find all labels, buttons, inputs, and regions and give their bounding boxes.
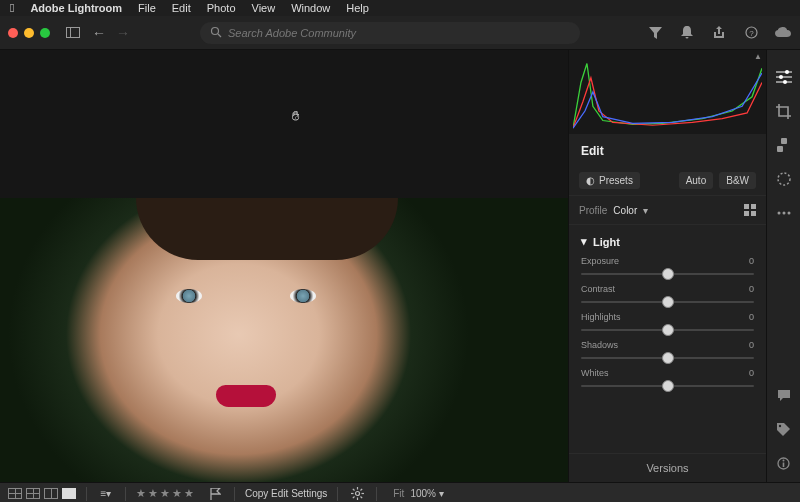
rating-stars[interactable]: ★★★★★ bbox=[136, 487, 196, 500]
svg-point-19 bbox=[779, 424, 781, 426]
svg-line-28 bbox=[353, 489, 355, 491]
svg-point-12 bbox=[783, 80, 787, 84]
presets-button[interactable]: ◐ Presets bbox=[579, 172, 640, 189]
photo-viewer[interactable]: ✋︎ bbox=[0, 50, 568, 482]
svg-point-8 bbox=[785, 70, 789, 74]
zoom-fit-button[interactable]: Fit bbox=[393, 488, 404, 499]
filter-icon[interactable] bbox=[646, 24, 664, 42]
bell-icon[interactable] bbox=[678, 24, 696, 42]
menu-help[interactable]: Help bbox=[346, 2, 369, 14]
nav-forward-button[interactable]: → bbox=[116, 25, 130, 41]
chevron-down-icon: ▾ bbox=[439, 488, 444, 499]
more-icon[interactable] bbox=[775, 204, 793, 222]
tool-rail bbox=[766, 50, 800, 482]
photo-region bbox=[290, 289, 316, 303]
main-area: ✋︎ ▲ Edit ◐ Presets Auto B&W bbox=[0, 50, 800, 482]
crop-icon[interactable] bbox=[775, 102, 793, 120]
chevron-down-icon: ▾ bbox=[643, 205, 648, 216]
slider-thumb[interactable] bbox=[662, 268, 674, 280]
auto-button[interactable]: Auto bbox=[679, 172, 714, 189]
close-window-button[interactable] bbox=[8, 28, 18, 38]
info-icon[interactable] bbox=[775, 454, 793, 472]
zoom-value[interactable]: 100% ▾ bbox=[410, 488, 443, 499]
shadows-slider[interactable]: Shadows0 bbox=[569, 338, 766, 366]
tag-icon[interactable] bbox=[775, 420, 793, 438]
grid-large-view-button[interactable] bbox=[26, 488, 40, 499]
viewer-empty-area: ✋︎ bbox=[0, 50, 568, 198]
highlights-slider[interactable]: Highlights0 bbox=[569, 310, 766, 338]
light-section-header[interactable]: ▾ Light bbox=[569, 225, 766, 254]
panel-toggle-icon[interactable] bbox=[64, 24, 82, 42]
svg-rect-0 bbox=[67, 28, 80, 38]
share-icon[interactable] bbox=[710, 24, 728, 42]
photo-region bbox=[216, 385, 276, 407]
bw-button[interactable]: B&W bbox=[719, 172, 756, 189]
nav-back-button[interactable]: ← bbox=[92, 25, 106, 41]
copy-edit-settings-button[interactable]: Copy Edit Settings bbox=[245, 488, 327, 499]
svg-point-16 bbox=[777, 212, 780, 215]
search-icon bbox=[210, 26, 222, 40]
comment-icon[interactable] bbox=[775, 386, 793, 404]
profile-label: Profile bbox=[579, 205, 607, 216]
menu-edit[interactable]: Edit bbox=[172, 2, 191, 14]
fullscreen-window-button[interactable] bbox=[40, 28, 50, 38]
search-input[interactable]: Search Adobe Community bbox=[200, 22, 580, 44]
minimize-window-button[interactable] bbox=[24, 28, 34, 38]
divider bbox=[86, 487, 87, 501]
sort-icon[interactable]: ≡▾ bbox=[97, 485, 115, 503]
divider bbox=[234, 487, 235, 501]
profile-value: Color bbox=[613, 205, 637, 216]
menu-file[interactable]: File bbox=[138, 2, 156, 14]
single-view-button[interactable] bbox=[62, 488, 76, 499]
photo-content[interactable] bbox=[0, 198, 568, 482]
presets-icon: ◐ bbox=[586, 175, 595, 186]
settings-gear-icon[interactable] bbox=[348, 485, 366, 503]
divider bbox=[337, 487, 338, 501]
svg-rect-14 bbox=[777, 146, 783, 152]
slider-thumb[interactable] bbox=[662, 324, 674, 336]
svg-point-17 bbox=[782, 212, 785, 215]
slider-thumb[interactable] bbox=[662, 352, 674, 364]
bottom-bar: ≡▾ ★★★★★ Copy Edit Settings Fit 100% ▾ bbox=[0, 482, 800, 502]
edit-panel-title: Edit bbox=[569, 134, 766, 166]
edit-sliders-icon[interactable] bbox=[775, 68, 793, 86]
whites-slider[interactable]: Whites0 bbox=[569, 366, 766, 394]
window-controls bbox=[8, 28, 50, 38]
slider-thumb[interactable] bbox=[662, 380, 674, 392]
svg-line-3 bbox=[218, 34, 221, 37]
svg-point-23 bbox=[355, 492, 359, 496]
histogram[interactable]: ▲ bbox=[569, 50, 766, 134]
grid-view-button[interactable] bbox=[8, 488, 22, 499]
app-name[interactable]: Adobe Lightroom bbox=[30, 2, 122, 14]
photo-region bbox=[136, 198, 397, 260]
profile-row[interactable]: Profile Color ▾ bbox=[569, 195, 766, 225]
toolbar: ← → Search Adobe Community ? bbox=[0, 16, 800, 50]
svg-text:?: ? bbox=[749, 29, 754, 38]
compare-view-button[interactable] bbox=[44, 488, 58, 499]
masking-icon[interactable] bbox=[775, 170, 793, 188]
svg-line-31 bbox=[360, 489, 362, 491]
hand-cursor-icon: ✋︎ bbox=[292, 108, 299, 124]
versions-button[interactable]: Versions bbox=[569, 453, 766, 482]
svg-line-29 bbox=[360, 497, 362, 499]
flag-icon[interactable] bbox=[206, 485, 224, 503]
healing-brush-icon[interactable] bbox=[775, 136, 793, 154]
exposure-slider[interactable]: Exposure0 bbox=[569, 254, 766, 282]
svg-rect-13 bbox=[781, 138, 787, 144]
divider bbox=[376, 487, 377, 501]
profile-browser-icon[interactable] bbox=[744, 204, 756, 216]
apple-menu-icon[interactable]:  bbox=[10, 1, 14, 15]
svg-point-21 bbox=[783, 459, 785, 461]
help-icon[interactable]: ? bbox=[742, 24, 760, 42]
view-mode-group bbox=[8, 488, 76, 499]
slider-thumb[interactable] bbox=[662, 296, 674, 308]
menu-view[interactable]: View bbox=[252, 2, 276, 14]
search-placeholder: Search Adobe Community bbox=[228, 27, 356, 39]
contrast-slider[interactable]: Contrast0 bbox=[569, 282, 766, 310]
svg-point-2 bbox=[212, 27, 219, 34]
menu-window[interactable]: Window bbox=[291, 2, 330, 14]
histogram-collapse-icon[interactable]: ▲ bbox=[754, 52, 762, 61]
cloud-sync-icon[interactable] bbox=[774, 24, 792, 42]
photo-region bbox=[176, 289, 202, 303]
menu-photo[interactable]: Photo bbox=[207, 2, 236, 14]
